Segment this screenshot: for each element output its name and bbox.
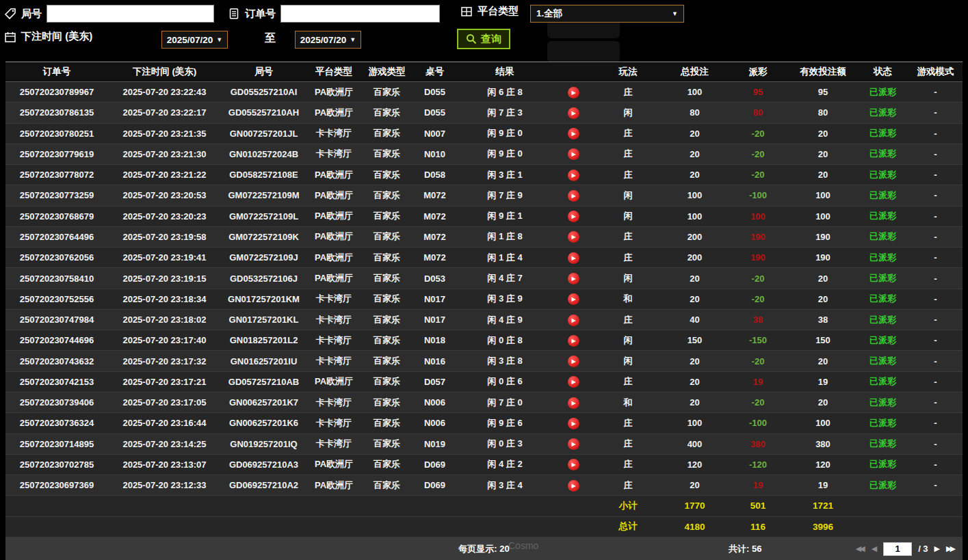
search-icon bbox=[466, 34, 477, 44]
replay-icon[interactable]: ▶ bbox=[568, 315, 579, 326]
total-bet-cell: 200 bbox=[662, 252, 727, 263]
result-cell: 闲 7 庄 3 bbox=[457, 107, 553, 119]
play-type-cell: 和 bbox=[594, 397, 662, 409]
replay-icon[interactable]: ▶ bbox=[568, 252, 579, 264]
result-cell: 闲 3 庄 8 bbox=[457, 355, 553, 367]
total-bet-cell: 40 bbox=[662, 315, 727, 325]
total-bet-cell: 20 bbox=[662, 274, 727, 284]
replay-icon[interactable]: ▶ bbox=[568, 418, 579, 429]
platform-cell: PA欧洲厅 bbox=[306, 210, 361, 222]
pagination: ◀◀ ◀ / 3 ▶ ▶▶ bbox=[856, 542, 956, 556]
platform-select[interactable]: 1.全部 ▼ bbox=[530, 5, 684, 23]
page-input[interactable] bbox=[883, 542, 912, 556]
game-type-cell: 百家乐 bbox=[361, 375, 413, 388]
next-page-button[interactable]: ▶ bbox=[934, 544, 940, 553]
table-no-cell: N010 bbox=[413, 149, 457, 159]
platform-cell: PA欧洲厅 bbox=[306, 272, 361, 284]
valid-bet-cell: 20 bbox=[789, 149, 857, 159]
order-number-input[interactable] bbox=[280, 5, 440, 23]
play-type-cell: 庄 bbox=[594, 127, 662, 139]
status-cell: 已派彩 bbox=[857, 148, 908, 160]
replay-icon[interactable]: ▶ bbox=[568, 376, 579, 388]
result-cell: 闲 3 庄 1 bbox=[457, 169, 553, 181]
valid-bet-cell: 100 bbox=[789, 211, 857, 222]
prev-page-button[interactable]: ◀ bbox=[872, 544, 877, 553]
first-page-button[interactable]: ◀◀ bbox=[856, 544, 865, 553]
replay-icon[interactable]: ▶ bbox=[568, 87, 579, 98]
replay-icon[interactable]: ▶ bbox=[568, 397, 579, 409]
order-cell: 250720230786135 bbox=[5, 107, 108, 118]
bet-time-cell: 2025-07-20 23:19:15 bbox=[108, 274, 221, 284]
column-header-play-type: 玩法 bbox=[594, 66, 662, 78]
table-body: 2507202307899672025-07-20 23:22:43GD0552… bbox=[5, 82, 963, 537]
replay-icon[interactable]: ▶ bbox=[568, 128, 579, 139]
payout-cell: 380 bbox=[727, 439, 789, 449]
order-cell: 250720230778072 bbox=[5, 170, 108, 180]
status-cell: 已派彩 bbox=[857, 417, 908, 429]
column-header-order: 订单号 bbox=[5, 66, 108, 78]
round-input[interactable] bbox=[47, 5, 214, 23]
play-cell: ▶ bbox=[553, 438, 594, 450]
platform-cell: PA欧洲厅 bbox=[306, 189, 361, 202]
date-to-select[interactable]: 2025/07/20 ▼ bbox=[295, 31, 361, 49]
valid-bet-cell: 380 bbox=[789, 439, 857, 449]
replay-icon[interactable]: ▶ bbox=[568, 356, 579, 367]
play-cell: ▶ bbox=[553, 479, 594, 492]
replay-icon[interactable]: ▶ bbox=[568, 107, 579, 119]
game-mode-cell: - bbox=[908, 87, 963, 97]
result-cell: 闲 4 庄 9 bbox=[457, 314, 553, 326]
game-type-cell: 百家乐 bbox=[361, 438, 413, 450]
chevron-down-icon: ▼ bbox=[672, 10, 678, 17]
status-cell: 已派彩 bbox=[857, 210, 908, 222]
replay-icon[interactable]: ▶ bbox=[568, 190, 579, 202]
order-cell: 250720230739406 bbox=[5, 397, 108, 408]
play-type-cell: 庄 bbox=[594, 458, 662, 470]
replay-icon[interactable]: ▶ bbox=[568, 170, 579, 181]
game-mode-cell: - bbox=[908, 315, 963, 325]
bet-time-cell: 2025-07-20 23:14:25 bbox=[108, 439, 221, 449]
replay-icon[interactable]: ▶ bbox=[568, 293, 579, 305]
replay-icon[interactable]: ▶ bbox=[568, 211, 579, 222]
date-from-select[interactable]: 2025/07/20 ▼ bbox=[161, 31, 228, 49]
play-cell: ▶ bbox=[553, 210, 594, 222]
game-type-cell: 百家乐 bbox=[361, 417, 413, 429]
result-cell: 闲 1 庄 8 bbox=[457, 230, 553, 243]
replay-icon[interactable]: ▶ bbox=[568, 459, 579, 470]
order-cell: 250720230702785 bbox=[5, 459, 108, 470]
replay-icon[interactable]: ▶ bbox=[568, 273, 579, 284]
round-cell: GD055257210AH bbox=[221, 107, 306, 118]
replay-icon[interactable]: ▶ bbox=[568, 148, 579, 160]
replay-icon[interactable]: ▶ bbox=[568, 480, 579, 492]
platform-label: 平台类型 bbox=[478, 5, 519, 18]
status-cell: 已派彩 bbox=[857, 293, 908, 305]
status-cell: 已派彩 bbox=[857, 127, 908, 139]
round-cell: GN006257201K6 bbox=[221, 418, 306, 428]
play-cell: ▶ bbox=[553, 375, 594, 388]
play-type-cell: 庄 bbox=[594, 148, 662, 160]
grand-total-valid-bet: 3996 bbox=[789, 522, 857, 532]
table-row: 2507202307421532025-07-20 23:17:21GD0572… bbox=[5, 372, 963, 392]
table-row: 2507202307027852025-07-20 23:13:07GD0692… bbox=[5, 455, 963, 475]
play-type-cell: 庄 bbox=[594, 438, 662, 450]
play-cell: ▶ bbox=[553, 272, 594, 284]
order-cell: 250720230743632 bbox=[5, 356, 108, 366]
table-no-cell: N006 bbox=[413, 397, 457, 408]
total-bet-cell: 20 bbox=[662, 397, 727, 408]
column-header-game-type: 游戏类型 bbox=[361, 66, 413, 78]
platform-select-value: 1.全部 bbox=[536, 8, 562, 20]
game-type-cell: 百家乐 bbox=[361, 458, 413, 470]
total-bet-cell: 20 bbox=[662, 356, 727, 366]
replay-icon[interactable]: ▶ bbox=[568, 231, 579, 243]
valid-bet-cell: 100 bbox=[789, 418, 857, 428]
table-no-cell: M072 bbox=[413, 232, 457, 242]
game-type-cell: 百家乐 bbox=[361, 355, 413, 367]
platform-cell: 卡卡湾厅 bbox=[306, 438, 361, 450]
round-cell: GD055257210AI bbox=[221, 87, 306, 97]
last-page-button[interactable]: ▶▶ bbox=[946, 544, 956, 553]
table-row: 2507202307899672025-07-20 23:22:43GD0552… bbox=[5, 82, 963, 103]
replay-icon[interactable]: ▶ bbox=[568, 438, 579, 450]
replay-icon[interactable]: ▶ bbox=[568, 335, 579, 347]
table-row: 2507202307861352025-07-20 23:22:17GD0552… bbox=[5, 103, 963, 123]
search-button[interactable]: 查询 bbox=[457, 29, 510, 49]
bet-time-cell: 2025-07-20 23:17:05 bbox=[108, 397, 221, 408]
